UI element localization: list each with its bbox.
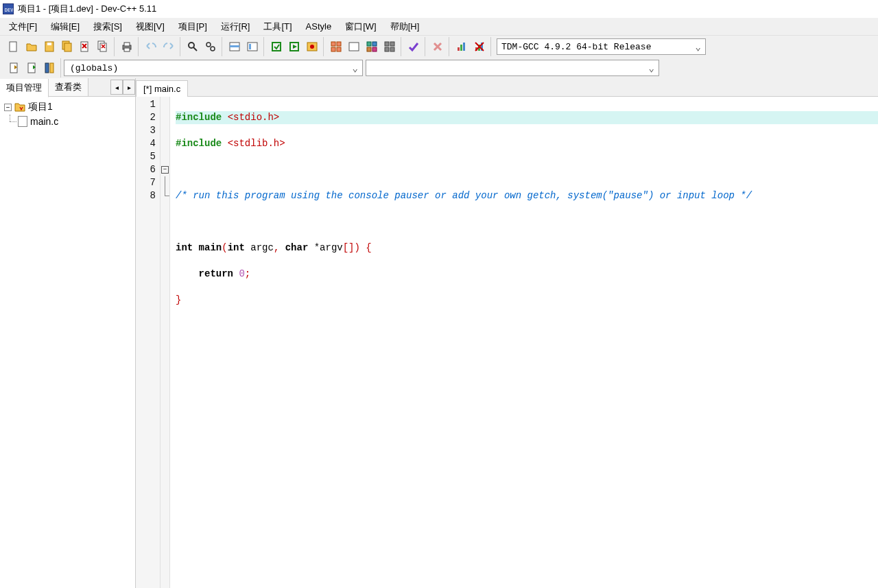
abort-button[interactable]: [429, 38, 446, 55]
debug-panel-button[interactable]: [381, 38, 398, 55]
debug-button[interactable]: [346, 38, 362, 55]
svg-rect-33: [385, 42, 389, 46]
find-button[interactable]: [185, 38, 201, 55]
svg-rect-6: [64, 43, 71, 51]
code-token: <stdlib.h>: [228, 138, 285, 149]
compile-run-button[interactable]: [304, 38, 320, 55]
save-button[interactable]: [41, 38, 58, 55]
code-token: argv: [320, 242, 343, 253]
code-editor[interactable]: 1 2 3 4 5 6 7 8 − #include <stdio.h> #in…: [136, 97, 878, 588]
menu-search[interactable]: 搜索[S]: [87, 19, 128, 35]
undo-button[interactable]: [143, 38, 159, 55]
svg-rect-26: [331, 47, 335, 51]
fold-toggle-icon[interactable]: −: [161, 166, 169, 174]
project-tree-file-label: main.c: [30, 116, 58, 127]
toggle-bookmark-button[interactable]: [41, 60, 58, 76]
code-token: {: [366, 242, 371, 253]
svg-rect-30: [372, 42, 377, 46]
goto-line-button[interactable]: [226, 38, 243, 55]
expand-toggle-icon[interactable]: −: [4, 104, 12, 111]
code-token: main: [193, 242, 222, 253]
line-number: 5: [136, 150, 156, 163]
svg-rect-34: [390, 42, 394, 46]
line-number: 7: [136, 176, 156, 189]
code-token: ,: [274, 242, 285, 253]
file-icon: [18, 116, 27, 127]
profiling-button[interactable]: [364, 38, 380, 55]
delete-profile-button[interactable]: [471, 38, 488, 55]
code-token: *: [308, 242, 320, 253]
open-file-button[interactable]: [23, 38, 40, 55]
svg-rect-9: [100, 43, 106, 51]
print-button[interactable]: [119, 38, 135, 55]
code-token: (: [222, 242, 227, 253]
menu-run[interactable]: 运行[R]: [215, 19, 257, 35]
redo-button[interactable]: [161, 38, 177, 55]
svg-rect-25: [337, 42, 341, 46]
svg-rect-24: [331, 42, 335, 46]
replace-button[interactable]: [202, 38, 219, 55]
line-number: 3: [136, 124, 156, 137]
code-token: []: [343, 242, 355, 253]
svg-rect-36: [390, 47, 394, 51]
menu-edit[interactable]: 编辑[E]: [45, 19, 86, 35]
sidebar: 项目管理 查看类 ◂ ▸ − 项目1 main.c: [0, 78, 136, 588]
menu-view[interactable]: 视图[V]: [130, 19, 171, 35]
bookmark-button[interactable]: [244, 38, 261, 55]
menu-file[interactable]: 文件[F]: [3, 19, 43, 35]
menu-tools[interactable]: 工具[T]: [257, 19, 298, 35]
svg-rect-27: [337, 47, 341, 51]
project-tree-root[interactable]: − 项目1: [1, 99, 134, 115]
rebuild-button[interactable]: [328, 38, 344, 55]
line-number: 4: [136, 137, 156, 150]
sidebar-tab-prev[interactable]: ◂: [110, 80, 123, 95]
sidebar-tab-classes[interactable]: 查看类: [49, 78, 88, 96]
save-all-button[interactable]: [59, 38, 75, 55]
project-tree[interactable]: − 项目1 main.c: [0, 97, 135, 588]
project-tree-root-label: 项目1: [28, 101, 53, 113]
new-file-button[interactable]: [5, 38, 22, 55]
scope-combo-member[interactable]: [366, 60, 659, 76]
code-token: int: [176, 242, 193, 253]
svg-rect-2: [10, 42, 16, 51]
svg-point-13: [189, 43, 194, 48]
editor-tab-main-c[interactable]: [*] main.c: [136, 80, 188, 97]
svg-rect-38: [460, 45, 462, 51]
svg-rect-11: [124, 43, 130, 46]
close-all-button[interactable]: [95, 38, 111, 55]
line-number: 1: [136, 98, 156, 111]
menu-help[interactable]: 帮助[H]: [384, 19, 426, 35]
project-tree-file[interactable]: main.c: [1, 115, 134, 128]
compiler-preset-select[interactable]: TDM-GCC 4.9.2 64-bit Release: [497, 38, 706, 55]
svg-point-14: [206, 43, 211, 47]
svg-rect-12: [124, 48, 130, 51]
toolbar-secondary: (globals): [0, 58, 878, 78]
app-icon: DEV: [3, 3, 14, 14]
editor-tabs: [*] main.c: [136, 78, 878, 97]
code-content[interactable]: #include <stdio.h> #include <stdlib.h> /…: [170, 97, 878, 588]
line-number-gutter: 1 2 3 4 5 6 7 8: [136, 97, 161, 588]
menu-project[interactable]: 项目[P]: [172, 19, 213, 35]
profile-analysis-button[interactable]: [453, 38, 470, 55]
fold-end-icon: [165, 189, 169, 196]
line-number: 8: [136, 189, 156, 202]
sidebar-tab-next[interactable]: ▸: [123, 80, 135, 95]
editor-pane: [*] main.c 1 2 3 4 5 6 7 8 −: [136, 78, 878, 588]
goto-bookmark-button[interactable]: [5, 60, 22, 76]
code-token: #include: [176, 112, 228, 123]
sidebar-tabs: 项目管理 查看类 ◂ ▸: [0, 78, 135, 97]
svg-rect-32: [372, 47, 377, 51]
compile-button[interactable]: [268, 38, 285, 55]
code-token: int: [228, 242, 245, 253]
menu-window[interactable]: 窗口[W]: [339, 19, 383, 35]
close-file-button[interactable]: [77, 38, 93, 55]
toolbar-main: TDM-GCC 4.9.2 64-bit Release: [0, 36, 878, 58]
menu-astyle[interactable]: AStyle: [300, 19, 338, 34]
scope-combo-globals[interactable]: (globals): [64, 60, 363, 76]
svg-rect-19: [249, 44, 251, 49]
insert-bookmark-button[interactable]: [23, 60, 40, 76]
run-button[interactable]: [286, 38, 302, 55]
syntax-check-button[interactable]: [405, 38, 422, 55]
titlebar: DEV 项目1 - [项目1.dev] - Dev-C++ 5.11: [0, 0, 878, 18]
sidebar-tab-project[interactable]: 项目管理: [0, 79, 49, 97]
